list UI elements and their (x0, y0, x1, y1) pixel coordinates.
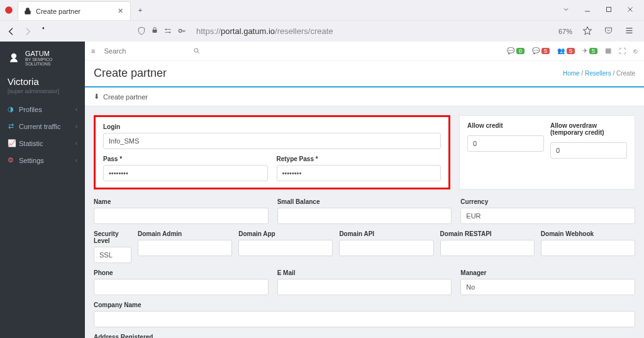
user-name: Victoria (0, 75, 85, 88)
profiles-icon: ◑ (8, 105, 14, 113)
browser-tab-bar: Create partner ✕ + (0, 0, 644, 20)
name-input[interactable] (94, 208, 269, 224)
sidebar-item-label: Profiles (19, 106, 42, 113)
status-chip-2[interactable]: 💬5 (532, 47, 550, 54)
status-chip-1[interactable]: 💬0 (507, 47, 525, 54)
svg-point-4 (169, 31, 170, 33)
domain-app-input[interactable] (238, 240, 333, 256)
domain-restapi-input[interactable] (440, 240, 535, 256)
download-icon: ⬇ (94, 93, 99, 101)
new-tab-button[interactable]: + (135, 6, 146, 14)
expand-icon[interactable]: ⛶ (619, 47, 626, 55)
status-chip-3[interactable]: 👥5 (557, 47, 575, 54)
crumb-home[interactable]: Home (563, 70, 580, 77)
browser-tab[interactable]: Create partner ✕ (18, 1, 131, 20)
tab-title: Create partner (36, 8, 111, 15)
menu-toggle-icon[interactable]: ≡ (91, 47, 95, 55)
window-close-icon[interactable] (626, 6, 634, 14)
domain-api-input[interactable] (339, 240, 433, 256)
manager-select[interactable]: No (460, 279, 635, 295)
crumb-current: Create (616, 70, 635, 77)
forward-icon[interactable] (23, 26, 33, 37)
address-bar: https://portal.gatum.io/resellers/create… (0, 20, 644, 42)
email-label: E Mail (277, 269, 452, 276)
chip-badge: 0 (516, 48, 525, 54)
settings-icon: ⚙ (8, 156, 14, 164)
bookmark-icon[interactable] (582, 26, 592, 37)
domain-restapi-label: Domain RESTAPI (440, 230, 535, 237)
svg-point-5 (179, 29, 182, 32)
pocket-icon[interactable] (604, 26, 613, 37)
email-input[interactable] (277, 279, 452, 295)
svg-rect-1 (607, 8, 611, 12)
sidebar-item-settings[interactable]: ⚙Settings‹ (0, 152, 85, 169)
breadcrumb: Home / Resellers / Create (563, 70, 635, 77)
chip-badge: 5 (541, 48, 550, 54)
crumb-resellers[interactable]: Resellers (585, 70, 611, 77)
domain-app-label: Domain App (238, 230, 333, 237)
window-minimize-icon[interactable] (584, 6, 591, 14)
security-level-select[interactable]: SSL (94, 247, 131, 263)
menu-icon[interactable] (625, 26, 634, 37)
back-icon[interactable] (6, 26, 16, 37)
tab-close-icon[interactable]: ✕ (115, 7, 125, 15)
refresh-icon[interactable] (39, 26, 49, 37)
domain-admin-label: Domain Admin (138, 230, 232, 237)
retype-pass-input[interactable] (277, 165, 441, 181)
highlighted-credentials-panel: Login Pass * Retype Pass * (94, 115, 450, 189)
name-label: Name (94, 198, 269, 205)
small-balance-input[interactable] (277, 208, 452, 224)
pass-label: Pass * (103, 155, 268, 162)
sidebar-item-label: Current traffic (19, 123, 60, 130)
chip-badge: 5 (567, 48, 575, 54)
company-name-input[interactable] (94, 311, 635, 327)
allow-overdraw-label: Allow overdraw (temporary credit) (550, 122, 627, 136)
traffic-icon: ⇄ (8, 122, 14, 130)
svg-rect-2 (153, 30, 157, 33)
status-chip-4[interactable]: ✈5 (582, 47, 597, 54)
login-input[interactable] (103, 133, 441, 149)
key-icon[interactable] (177, 26, 186, 37)
window-maximize-icon[interactable] (605, 6, 613, 14)
shield-icon[interactable] (137, 26, 146, 37)
brand-logo-icon (8, 52, 20, 65)
url-prefix: https:// (196, 26, 221, 36)
search-input[interactable] (101, 45, 196, 57)
users-icon: 👥 (557, 47, 565, 54)
sidebar-item-current-traffic[interactable]: ⇄Current traffic‹ (0, 118, 85, 135)
retype-pass-label: Retype Pass * (277, 155, 441, 162)
lock-icon[interactable] (151, 26, 158, 37)
domain-webhook-input[interactable] (541, 240, 635, 256)
settings-toggle-icon[interactable] (164, 26, 172, 37)
chevron-left-icon: ‹ (75, 157, 77, 164)
search-icon[interactable] (193, 47, 201, 56)
plane-icon: ✈ (582, 47, 587, 54)
user-role: [super administrator] (0, 88, 85, 101)
chevron-down-icon[interactable] (562, 6, 570, 14)
allow-credit-label: Allow credit (467, 122, 544, 129)
sidebar-item-statistic[interactable]: 📈Statistic‹ (0, 135, 85, 152)
url-path: /resellers/create (275, 26, 333, 36)
chevron-left-icon: ‹ (75, 106, 77, 113)
sidebar: GATUM BY SEMPICO SOLUTIONS Victoria [sup… (0, 42, 85, 338)
brand-sub: BY SEMPICO SOLUTIONS (25, 57, 77, 66)
credit-panel: Allow credit Allow overdraw (temporary c… (459, 115, 635, 189)
allow-overdraw-input[interactable] (550, 142, 627, 159)
grid-icon[interactable]: ▦ (605, 47, 611, 55)
logout-icon[interactable]: ⎋ (633, 47, 638, 55)
phone-input[interactable] (94, 279, 269, 295)
chevron-left-icon: ‹ (75, 123, 77, 130)
svg-point-3 (165, 28, 167, 30)
pass-input[interactable] (103, 165, 268, 181)
zoom-level[interactable]: 67% (555, 26, 576, 37)
address-registered-label: Address Registered (94, 334, 635, 338)
url-field[interactable]: https://portal.gatum.io/resellers/create (192, 26, 548, 36)
sub-header: ⬇ Create partner (85, 87, 644, 106)
domain-admin-input[interactable] (138, 240, 232, 256)
chat-icon: 💬 (532, 47, 540, 54)
currency-select[interactable]: EUR (460, 208, 635, 224)
security-level-label: Security Level (94, 230, 131, 244)
sidebar-item-profiles[interactable]: ◑Profiles‹ (0, 101, 85, 118)
allow-credit-input[interactable] (467, 135, 544, 152)
svg-point-7 (194, 48, 198, 52)
